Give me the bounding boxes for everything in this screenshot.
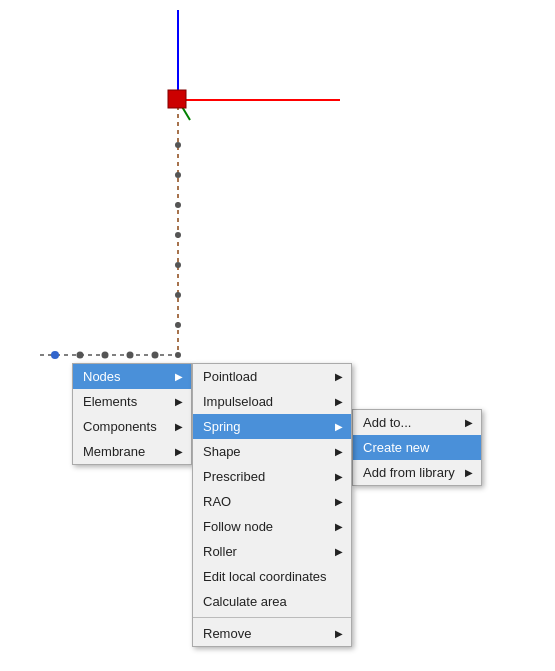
menu-l2-calcarea-label: Calculate area [203,594,287,609]
svg-point-11 [175,322,181,328]
menu-l3-addto-label: Add to... [363,415,411,430]
menu-l1-components-arrow: ▶ [175,421,183,432]
svg-point-10 [175,292,181,298]
context-menu-l3: Add to... ▶ Create new Add from library … [352,409,482,486]
svg-point-15 [77,352,84,359]
menu-l2-shape-arrow: ▶ [335,446,343,457]
menu-l2-rao[interactable]: RAO ▶ [193,489,351,514]
menu-l1-nodes[interactable]: Nodes ▶ [73,364,191,389]
menu-l2-follownode[interactable]: Follow node ▶ [193,514,351,539]
menu-l1-components[interactable]: Components ▶ [73,414,191,439]
context-menu: Nodes ▶ Elements ▶ Components ▶ Membrane… [72,363,482,647]
menu-l2-roller-arrow: ▶ [335,546,343,557]
menu-l3-addlibrary-label: Add from library [363,465,455,480]
menu-l3-addto[interactable]: Add to... ▶ [353,410,481,435]
menu-l2-spring-label: Spring [203,419,241,434]
menu-l2-pointload[interactable]: Pointload ▶ [193,364,351,389]
menu-l2-shape[interactable]: Shape ▶ [193,439,351,464]
menu-l2-remove-label: Remove [203,626,251,641]
menu-l2-pointload-label: Pointload [203,369,257,384]
menu-l2-prescribed-arrow: ▶ [335,471,343,482]
menu-l2-prescribed[interactable]: Prescribed ▶ [193,464,351,489]
svg-point-17 [127,352,134,359]
menu-l1-elements-label: Elements [83,394,137,409]
menu-l1-nodes-arrow: ▶ [175,371,183,382]
menu-l1-membrane-label: Membrane [83,444,145,459]
context-menu-l1: Nodes ▶ Elements ▶ Components ▶ Membrane… [72,363,192,465]
menu-l1-membrane-arrow: ▶ [175,446,183,457]
menu-l2-spring-arrow: ▶ [335,421,343,432]
svg-point-8 [175,232,181,238]
menu-l3-addlibrary-arrow: ▶ [465,467,473,478]
svg-rect-4 [168,90,186,108]
svg-point-16 [102,352,109,359]
menu-l1-membrane[interactable]: Membrane ▶ [73,439,191,464]
menu-l2-roller-label: Roller [203,544,237,559]
svg-point-6 [175,172,181,178]
menu-l2-prescribed-label: Prescribed [203,469,265,484]
menu-l2-shape-label: Shape [203,444,241,459]
menu-l2-impulseload[interactable]: Impulseload ▶ [193,389,351,414]
menu-l2-impulseload-arrow: ▶ [335,396,343,407]
menu-l3-createnew[interactable]: Create new [353,435,481,460]
menu-l2-pointload-arrow: ▶ [335,371,343,382]
svg-point-14 [51,351,59,359]
menu-l2-follownode-label: Follow node [203,519,273,534]
menu-l2-spring[interactable]: Spring ▶ [193,414,351,439]
menu-l1-nodes-label: Nodes [83,369,121,384]
menu-l2-rao-arrow: ▶ [335,496,343,507]
menu-l1-elements-arrow: ▶ [175,396,183,407]
menu-l3-addto-arrow: ▶ [465,417,473,428]
menu-l2-remove-arrow: ▶ [335,628,343,639]
svg-point-18 [152,352,159,359]
svg-point-9 [175,262,181,268]
menu-l2-calcarea[interactable]: Calculate area [193,589,351,614]
svg-point-7 [175,202,181,208]
context-menu-l2: Pointload ▶ Impulseload ▶ Spring ▶ Shape… [192,363,352,647]
menu-l2-editlocal[interactable]: Edit local coordinates [193,564,351,589]
menu-l2-roller[interactable]: Roller ▶ [193,539,351,564]
menu-l3-addlibrary[interactable]: Add from library ▶ [353,460,481,485]
menu-l2-rao-label: RAO [203,494,231,509]
menu-l1-elements[interactable]: Elements ▶ [73,389,191,414]
menu-l2-follownode-arrow: ▶ [335,521,343,532]
menu-l1-components-label: Components [83,419,157,434]
menu-l2-editlocal-label: Edit local coordinates [203,569,327,584]
menu-l2-separator [193,617,351,618]
menu-l3-createnew-label: Create new [363,440,429,455]
menu-l2-impulseload-label: Impulseload [203,394,273,409]
menu-l2-remove[interactable]: Remove ▶ [193,621,351,646]
svg-point-5 [175,142,181,148]
